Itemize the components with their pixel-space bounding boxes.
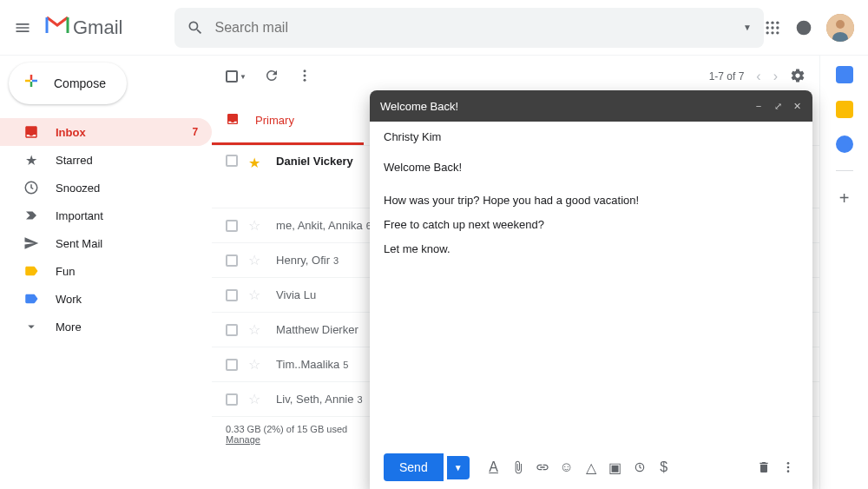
keep-app-icon[interactable]: [836, 101, 853, 118]
divider: [836, 170, 853, 171]
sidebar: Compose Inbox7★StarredSnoozedImportantSe…: [0, 56, 212, 489]
tab-label: Primary: [255, 114, 294, 127]
insert-emoji-icon[interactable]: ☺: [556, 457, 577, 478]
content: ▼ 1-7 of 7 ‹ › PrimarySocialPromotionsiU…: [212, 56, 868, 489]
sidebar-item-label: Starred: [56, 154, 93, 167]
app-header: Gmail ▼: [0, 0, 868, 56]
star-icon[interactable]: ☆: [248, 321, 262, 338]
sidebar-item-label: Sent Mail: [56, 237, 102, 250]
compose-to-field[interactable]: Christy Kim: [370, 122, 812, 152]
search-options-caret-icon[interactable]: ▼: [743, 23, 752, 32]
storage-manage-link[interactable]: Manage: [226, 434, 260, 445]
google-apps-icon[interactable]: [764, 19, 781, 36]
sidebar-item-inbox[interactable]: Inbox7: [0, 118, 212, 146]
search-icon: [187, 19, 204, 36]
svg-point-22: [787, 462, 790, 465]
svg-point-4: [771, 26, 773, 29]
settings-gear-icon[interactable]: [790, 68, 806, 86]
sidebar-item-starred[interactable]: ★Starred: [0, 146, 212, 174]
add-app-icon[interactable]: +: [839, 188, 850, 208]
compose-button[interactable]: Compose: [9, 63, 127, 104]
confidential-mode-icon[interactable]: [629, 457, 650, 478]
compose-subject-field[interactable]: Welcome Back!: [370, 152, 812, 182]
label-icon: [23, 263, 40, 279]
svg-point-15: [304, 74, 306, 76]
email-checkbox[interactable]: [226, 220, 238, 232]
minimize-icon[interactable]: −: [753, 101, 764, 111]
star-icon[interactable]: ☆: [248, 287, 262, 303]
gmail-logo-text: Gmail: [73, 17, 122, 39]
svg-point-0: [766, 21, 769, 23]
sidebar-item-label: Snoozed: [56, 182, 100, 195]
tab-primary[interactable]: Primary: [212, 97, 364, 145]
compose-more-icon[interactable]: [778, 457, 799, 478]
send-options-caret-icon[interactable]: ▼: [447, 456, 470, 479]
sidebar-item-work[interactable]: Work: [0, 285, 212, 313]
sidebar-item-important[interactable]: Important: [0, 202, 212, 229]
star-icon[interactable]: ☆: [248, 217, 262, 234]
search-bar[interactable]: ▼: [174, 8, 764, 48]
sent-icon: [23, 235, 40, 251]
insert-photo-icon[interactable]: ▣: [605, 457, 626, 478]
star-icon[interactable]: ★: [248, 155, 262, 171]
attach-file-icon[interactable]: [508, 457, 529, 478]
discard-draft-icon[interactable]: [753, 457, 774, 478]
email-checkbox[interactable]: [226, 324, 238, 336]
important-icon: [23, 208, 40, 223]
sidebar-item-label: Work: [56, 293, 82, 306]
main-container: Compose Inbox7★StarredSnoozedImportantSe…: [0, 56, 868, 489]
star-icon[interactable]: ☆: [248, 391, 262, 407]
compose-body-line: Let me know.: [384, 240, 799, 259]
sidebar-item-snoozed[interactable]: Snoozed: [0, 174, 212, 202]
select-all-checkbox[interactable]: [226, 70, 238, 83]
email-checkbox[interactable]: [226, 393, 238, 406]
svg-point-14: [304, 69, 306, 72]
tasks-app-icon[interactable]: [836, 135, 853, 153]
gmail-logo[interactable]: Gmail: [45, 16, 122, 40]
account-avatar[interactable]: [826, 14, 854, 42]
sidebar-item-more[interactable]: More: [0, 313, 212, 340]
compose-body[interactable]: How was your trip? Hope you had a good v…: [370, 182, 812, 445]
svg-point-11: [836, 20, 845, 29]
insert-money-icon[interactable]: $: [654, 457, 674, 478]
primary-tab-icon: [226, 112, 241, 129]
svg-point-23: [787, 466, 790, 469]
email-checkbox[interactable]: [226, 289, 238, 301]
insert-drive-icon[interactable]: △: [581, 457, 602, 478]
star-icon[interactable]: ☆: [248, 356, 262, 373]
select-caret-icon[interactable]: ▼: [240, 73, 247, 81]
close-icon[interactable]: ✕: [792, 101, 802, 111]
page-prev-icon[interactable]: ‹: [756, 69, 760, 84]
thread-count: 5: [343, 360, 348, 370]
star-icon[interactable]: ☆: [248, 252, 262, 268]
more-icon[interactable]: [297, 68, 312, 86]
send-button[interactable]: Send: [384, 453, 444, 481]
refresh-icon[interactable]: [264, 68, 279, 86]
sidebar-item-label: Inbox: [56, 126, 86, 139]
thread-count: 3: [357, 394, 362, 405]
header-right: [764, 14, 854, 42]
calendar-app-icon[interactable]: [836, 66, 853, 83]
compose-toolbar: Send ▼ A ☺ △ ▣ $: [370, 445, 812, 489]
fullscreen-icon[interactable]: ⤢: [773, 101, 783, 111]
compose-title: Welcome Back!: [380, 100, 458, 113]
sidebar-item-fun[interactable]: Fun: [0, 257, 212, 285]
search-input[interactable]: [214, 20, 736, 36]
star-icon: ★: [23, 152, 40, 169]
side-panel: +: [819, 56, 868, 489]
format-text-icon[interactable]: A: [483, 457, 504, 478]
page-next-icon[interactable]: ›: [773, 69, 778, 84]
sidebar-item-label: More: [56, 320, 82, 334]
email-checkbox[interactable]: [226, 254, 238, 267]
compose-header[interactable]: Welcome Back! − ⤢ ✕: [370, 90, 812, 122]
hamburger-menu-icon[interactable]: [14, 19, 31, 36]
insert-link-icon[interactable]: [532, 457, 553, 478]
sidebar-item-sent-mail[interactable]: Sent Mail: [0, 229, 212, 257]
page-count: 1-7 of 7: [709, 70, 745, 83]
gmail-m-icon: [45, 16, 69, 40]
notifications-icon[interactable]: [795, 19, 812, 36]
email-checkbox[interactable]: [226, 155, 238, 167]
email-checkbox[interactable]: [226, 359, 238, 371]
svg-point-5: [776, 26, 779, 29]
svg-point-16: [304, 78, 306, 81]
